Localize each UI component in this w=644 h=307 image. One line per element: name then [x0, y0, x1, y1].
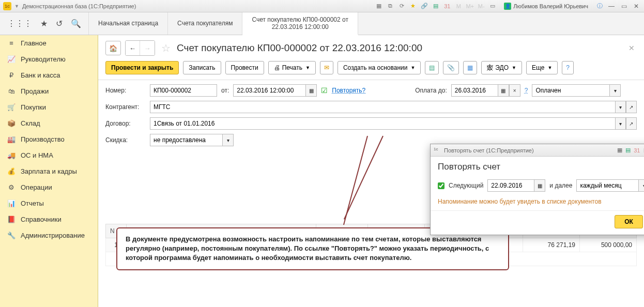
window-minimize-icon[interactable]: — [607, 3, 616, 10]
chevron-down-icon[interactable]: ▾ [615, 101, 626, 113]
sidebar-item-sales[interactable]: 🛍Продажи [0, 83, 98, 99]
print-button[interactable]: 🖨Печать▼ [268, 61, 316, 74]
search-icon[interactable]: 🔍 [71, 19, 81, 28]
help-link[interactable]: ? [525, 87, 528, 94]
tb-icon-1[interactable]: ▦ [375, 2, 383, 10]
sidebar-item-salary[interactable]: 💰Зарплата и кадры [0, 163, 98, 179]
app-logo-icon: 1c [434, 147, 441, 154]
content-area: 🏠 ← → ☆ Счет покупателю КП00-000002 от 2… [98, 35, 644, 307]
back-button[interactable]: ← [126, 41, 140, 55]
calendar-icon[interactable]: ▦ [498, 84, 509, 97]
dlg-calendar-icon[interactable]: 31 [634, 147, 640, 154]
link-icon[interactable]: 🔗 [420, 2, 428, 10]
list-button[interactable]: ▦ [463, 61, 477, 74]
open-icon[interactable]: ↗ [626, 117, 637, 130]
list-icon: ▦ [467, 64, 473, 71]
star-icon[interactable]: ★ [40, 19, 48, 28]
sidebar-item-assets[interactable]: 🚚ОС и НМА [0, 147, 98, 163]
bag-icon: 🛍 [7, 87, 16, 95]
payment-date-input[interactable] [451, 84, 498, 97]
from-label: от: [221, 87, 229, 94]
close-document-icon[interactable]: ✕ [626, 42, 637, 54]
tab-invoices[interactable]: Счета покупателям [168, 12, 242, 35]
sidebar-item-main[interactable]: ≡Главное [0, 35, 98, 51]
box-icon: 📦 [7, 119, 16, 127]
calc-icon[interactable]: ▤ [432, 2, 440, 10]
main-tabbar: ⋮⋮⋮ ★ ↺ 🔍 Начальная страница Счета покуп… [0, 12, 644, 35]
sidebar-item-operations[interactable]: ⚙Операции [0, 179, 98, 195]
period-input[interactable] [576, 179, 638, 192]
chevron-down-icon[interactable]: ▾ [222, 134, 234, 146]
dialog-title: Повторять счет [431, 157, 644, 175]
window-title: Демонстрационная база (1С:Предприятие) [22, 3, 136, 9]
number-input[interactable] [150, 84, 217, 97]
dlg-calc-icon[interactable]: ▤ [625, 147, 631, 154]
chevron-down-icon[interactable]: ▾ [615, 117, 626, 130]
apps-icon[interactable]: ⋮⋮⋮ [7, 19, 32, 28]
info-icon[interactable]: ⓘ [595, 2, 604, 10]
attach-button[interactable]: 📎 [443, 61, 459, 74]
chart-icon: 📈 [7, 55, 16, 63]
mail-button[interactable]: ✉ [320, 61, 333, 74]
sidebar-item-admin[interactable]: 🔧Администрирование [0, 227, 98, 243]
discount-label: Скидка: [105, 136, 146, 144]
help-button[interactable]: ? [562, 61, 574, 74]
window-maximize-icon[interactable]: ▭ [619, 3, 628, 10]
forward-button[interactable]: → [140, 41, 155, 55]
dlg-icon-1[interactable]: ▦ [617, 147, 622, 154]
sidebar-label: Руководителю [21, 55, 66, 63]
sidebar-label: Производство [21, 135, 65, 143]
save-button[interactable]: Записать [183, 61, 221, 74]
counterparty-input[interactable] [150, 101, 615, 113]
report-icon: 📊 [7, 199, 16, 207]
m-plus-icon[interactable]: M+ [466, 2, 474, 10]
calendar-icon[interactable]: 31 [443, 2, 451, 10]
tab-current[interactable]: Счет покупателю КП00-000002 от 22.03.201… [242, 12, 358, 35]
favorite-icon[interactable]: ★ [409, 2, 417, 10]
post-button[interactable]: Провести [225, 61, 264, 74]
window-close-icon[interactable]: ✕ [632, 3, 641, 10]
ok-button[interactable]: ОК [615, 215, 643, 228]
contract-input[interactable] [150, 117, 615, 130]
history-icon[interactable]: ↺ [56, 19, 63, 28]
mail-icon: ✉ [324, 64, 329, 71]
repeat-link[interactable]: Повторять? [332, 87, 365, 94]
post-and-close-button[interactable]: Провести и закрыть [105, 61, 179, 74]
user-chip[interactable]: 👤 Любимов Валерий Юрьевич [504, 3, 588, 10]
tb-icon-3[interactable]: ⟳ [397, 2, 406, 10]
sidebar-item-purchases[interactable]: 🛒Покупки [0, 99, 98, 115]
home-button[interactable]: 🏠 [105, 41, 121, 55]
date-input[interactable] [233, 84, 305, 97]
tb-icon-2[interactable]: ⧉ [386, 2, 394, 10]
tab-start[interactable]: Начальная страница [89, 12, 168, 35]
next-date-input[interactable] [487, 179, 534, 192]
status-input[interactable] [532, 84, 609, 97]
m-icon[interactable]: M [454, 2, 463, 10]
favorite-star-icon[interactable]: ☆ [161, 42, 171, 54]
structure-button[interactable]: ▤ [425, 61, 439, 74]
app-menu-dropdown-icon[interactable]: ▼ [14, 4, 19, 9]
chevron-down-icon[interactable]: ▾ [638, 179, 644, 192]
chevron-down-icon[interactable]: ▾ [609, 84, 621, 97]
next-label: Следующий [449, 182, 483, 189]
edo-button[interactable]: 🕸ЭДО▼ [481, 61, 522, 74]
sidebar-item-bank[interactable]: ₽Банк и касса [0, 67, 98, 83]
m-minus-icon[interactable]: M- [477, 2, 485, 10]
app-logo-icon: 1c [3, 2, 11, 10]
discount-input[interactable] [150, 134, 222, 146]
sidebar-item-manager[interactable]: 📈Руководителю [0, 51, 98, 67]
calendar-icon[interactable]: ▦ [305, 84, 317, 97]
clear-icon[interactable]: × [509, 84, 520, 97]
counterparty-label: Контрагент: [105, 103, 146, 111]
next-checkbox[interactable] [438, 182, 444, 189]
sidebar-item-production[interactable]: 🏭Производство [0, 131, 98, 147]
create-based-button[interactable]: Создать на основании▼ [338, 61, 421, 74]
tb-icon-4[interactable]: ▭ [488, 2, 497, 10]
more-button[interactable]: Еще▼ [526, 61, 558, 74]
sidebar-item-warehouse[interactable]: 📦Склад [0, 115, 98, 131]
edo-icon: 🕸 [487, 64, 493, 71]
open-icon[interactable]: ↗ [626, 101, 637, 113]
calendar-icon[interactable]: ▦ [534, 179, 545, 192]
sidebar-item-reports[interactable]: 📊Отчеты [0, 195, 98, 211]
sidebar-item-references[interactable]: 📕Справочники [0, 211, 98, 227]
